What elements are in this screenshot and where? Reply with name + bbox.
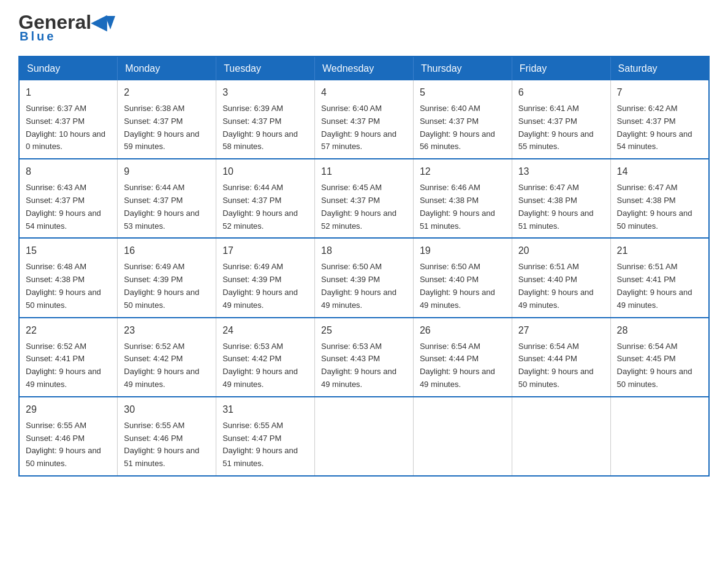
calendar-cell: 16Sunrise: 6:49 AMSunset: 4:39 PMDayligh…: [118, 238, 216, 317]
day-number: 6: [518, 85, 604, 100]
calendar-cell: [315, 397, 414, 476]
day-number: 2: [124, 85, 210, 100]
calendar-cell: 5Sunrise: 6:40 AMSunset: 4:37 PMDaylight…: [413, 80, 512, 159]
day-number: 21: [617, 243, 702, 258]
calendar-week-2: 8Sunrise: 6:43 AMSunset: 4:37 PMDaylight…: [19, 159, 709, 238]
day-number: 27: [518, 323, 604, 338]
day-info: Sunrise: 6:55 AMSunset: 4:47 PMDaylight:…: [222, 421, 298, 468]
day-number: 29: [26, 402, 111, 417]
day-info: Sunrise: 6:46 AMSunset: 4:38 PMDaylight:…: [420, 183, 495, 230]
calendar-cell: 13Sunrise: 6:47 AMSunset: 4:38 PMDayligh…: [512, 159, 610, 238]
day-number: 16: [124, 243, 210, 258]
calendar-cell: 4Sunrise: 6:40 AMSunset: 4:37 PMDaylight…: [315, 80, 414, 159]
svg-marker-0: [105, 16, 115, 29]
calendar-cell: 29Sunrise: 6:55 AMSunset: 4:46 PMDayligh…: [19, 397, 118, 476]
logo: General◀ Blue: [18, 12, 115, 44]
day-number: 15: [26, 243, 111, 258]
day-info: Sunrise: 6:52 AMSunset: 4:42 PMDaylight:…: [124, 342, 199, 389]
header-row: SundayMondayTuesdayWednesdayThursdayFrid…: [19, 56, 709, 80]
calendar-cell: 27Sunrise: 6:54 AMSunset: 4:44 PMDayligh…: [512, 318, 610, 397]
calendar-cell: [610, 397, 709, 476]
calendar-cell: 3Sunrise: 6:39 AMSunset: 4:37 PMDaylight…: [216, 80, 315, 159]
day-info: Sunrise: 6:49 AMSunset: 4:39 PMDaylight:…: [124, 262, 199, 309]
calendar-cell: 6Sunrise: 6:41 AMSunset: 4:37 PMDaylight…: [512, 80, 610, 159]
logo-arrow-svg: [105, 16, 115, 29]
day-header-sunday: Sunday: [19, 56, 118, 80]
calendar-cell: 11Sunrise: 6:45 AMSunset: 4:37 PMDayligh…: [315, 159, 414, 238]
calendar-cell: 19Sunrise: 6:50 AMSunset: 4:40 PMDayligh…: [413, 238, 512, 317]
day-header-tuesday: Tuesday: [216, 56, 315, 80]
day-info: Sunrise: 6:47 AMSunset: 4:38 PMDaylight:…: [617, 183, 692, 230]
day-number: 14: [617, 164, 702, 179]
day-info: Sunrise: 6:55 AMSunset: 4:46 PMDaylight:…: [26, 421, 101, 468]
calendar-cell: 1Sunrise: 6:37 AMSunset: 4:37 PMDaylight…: [19, 80, 118, 159]
day-info: Sunrise: 6:55 AMSunset: 4:46 PMDaylight:…: [124, 421, 199, 468]
day-info: Sunrise: 6:40 AMSunset: 4:37 PMDaylight:…: [420, 104, 495, 151]
calendar-cell: 31Sunrise: 6:55 AMSunset: 4:47 PMDayligh…: [216, 397, 315, 476]
day-number: 24: [222, 323, 308, 338]
day-info: Sunrise: 6:54 AMSunset: 4:44 PMDaylight:…: [420, 342, 495, 389]
calendar-cell: 7Sunrise: 6:42 AMSunset: 4:37 PMDaylight…: [610, 80, 709, 159]
day-number: 8: [26, 164, 111, 179]
day-info: Sunrise: 6:40 AMSunset: 4:37 PMDaylight:…: [321, 104, 396, 151]
day-info: Sunrise: 6:49 AMSunset: 4:39 PMDaylight:…: [222, 262, 298, 309]
calendar-cell: 26Sunrise: 6:54 AMSunset: 4:44 PMDayligh…: [413, 318, 512, 397]
day-number: 7: [617, 85, 702, 100]
calendar-cell: 12Sunrise: 6:46 AMSunset: 4:38 PMDayligh…: [413, 159, 512, 238]
day-info: Sunrise: 6:52 AMSunset: 4:41 PMDaylight:…: [26, 342, 101, 389]
day-number: 10: [222, 164, 308, 179]
calendar-cell: 20Sunrise: 6:51 AMSunset: 4:40 PMDayligh…: [512, 238, 610, 317]
day-number: 31: [222, 402, 308, 417]
day-info: Sunrise: 6:44 AMSunset: 4:37 PMDaylight:…: [222, 183, 298, 230]
calendar-cell: 10Sunrise: 6:44 AMSunset: 4:37 PMDayligh…: [216, 159, 315, 238]
calendar-cell: 24Sunrise: 6:53 AMSunset: 4:42 PMDayligh…: [216, 318, 315, 397]
day-number: 25: [321, 323, 407, 338]
day-info: Sunrise: 6:47 AMSunset: 4:38 PMDaylight:…: [518, 183, 594, 230]
calendar-cell: 9Sunrise: 6:44 AMSunset: 4:37 PMDaylight…: [118, 159, 216, 238]
calendar-cell: 17Sunrise: 6:49 AMSunset: 4:39 PMDayligh…: [216, 238, 315, 317]
day-info: Sunrise: 6:53 AMSunset: 4:43 PMDaylight:…: [321, 342, 396, 389]
calendar-cell: 15Sunrise: 6:48 AMSunset: 4:38 PMDayligh…: [19, 238, 118, 317]
day-info: Sunrise: 6:50 AMSunset: 4:40 PMDaylight:…: [420, 262, 495, 309]
day-number: 22: [26, 323, 111, 338]
day-number: 9: [124, 164, 210, 179]
calendar-cell: 23Sunrise: 6:52 AMSunset: 4:42 PMDayligh…: [118, 318, 216, 397]
day-info: Sunrise: 6:54 AMSunset: 4:45 PMDaylight:…: [617, 342, 692, 389]
day-info: Sunrise: 6:43 AMSunset: 4:37 PMDaylight:…: [26, 183, 101, 230]
day-info: Sunrise: 6:48 AMSunset: 4:38 PMDaylight:…: [26, 262, 101, 309]
day-number: 12: [420, 164, 506, 179]
day-info: Sunrise: 6:42 AMSunset: 4:37 PMDaylight:…: [617, 104, 692, 151]
page-header: General◀ Blue: [18, 12, 710, 44]
day-info: Sunrise: 6:41 AMSunset: 4:37 PMDaylight:…: [518, 104, 594, 151]
logo-triangle-area: ◀: [91, 12, 115, 32]
day-info: Sunrise: 6:50 AMSunset: 4:39 PMDaylight:…: [321, 262, 396, 309]
calendar-cell: 21Sunrise: 6:51 AMSunset: 4:41 PMDayligh…: [610, 238, 709, 317]
calendar-week-4: 22Sunrise: 6:52 AMSunset: 4:41 PMDayligh…: [19, 318, 709, 397]
day-number: 23: [124, 323, 210, 338]
calendar-cell: 22Sunrise: 6:52 AMSunset: 4:41 PMDayligh…: [19, 318, 118, 397]
day-number: 17: [222, 243, 308, 258]
day-number: 4: [321, 85, 407, 100]
day-number: 11: [321, 164, 407, 179]
day-header-thursday: Thursday: [413, 56, 512, 80]
day-info: Sunrise: 6:37 AMSunset: 4:37 PMDaylight:…: [26, 104, 105, 151]
day-info: Sunrise: 6:53 AMSunset: 4:42 PMDaylight:…: [222, 342, 298, 389]
day-info: Sunrise: 6:45 AMSunset: 4:37 PMDaylight:…: [321, 183, 396, 230]
calendar-table: SundayMondayTuesdayWednesdayThursdayFrid…: [18, 56, 710, 477]
day-number: 3: [222, 85, 308, 100]
day-number: 1: [26, 85, 111, 100]
day-number: 28: [617, 323, 702, 338]
calendar-week-3: 15Sunrise: 6:48 AMSunset: 4:38 PMDayligh…: [19, 238, 709, 317]
calendar-cell: 30Sunrise: 6:55 AMSunset: 4:46 PMDayligh…: [118, 397, 216, 476]
day-number: 5: [420, 85, 506, 100]
day-number: 13: [518, 164, 604, 179]
day-header-saturday: Saturday: [610, 56, 709, 80]
calendar-cell: 18Sunrise: 6:50 AMSunset: 4:39 PMDayligh…: [315, 238, 414, 317]
day-number: 18: [321, 243, 407, 258]
day-number: 26: [420, 323, 506, 338]
calendar-week-5: 29Sunrise: 6:55 AMSunset: 4:46 PMDayligh…: [19, 397, 709, 476]
calendar-cell: 14Sunrise: 6:47 AMSunset: 4:38 PMDayligh…: [610, 159, 709, 238]
day-info: Sunrise: 6:39 AMSunset: 4:37 PMDaylight:…: [222, 104, 298, 151]
day-header-friday: Friday: [512, 56, 610, 80]
day-info: Sunrise: 6:54 AMSunset: 4:44 PMDaylight:…: [518, 342, 594, 389]
